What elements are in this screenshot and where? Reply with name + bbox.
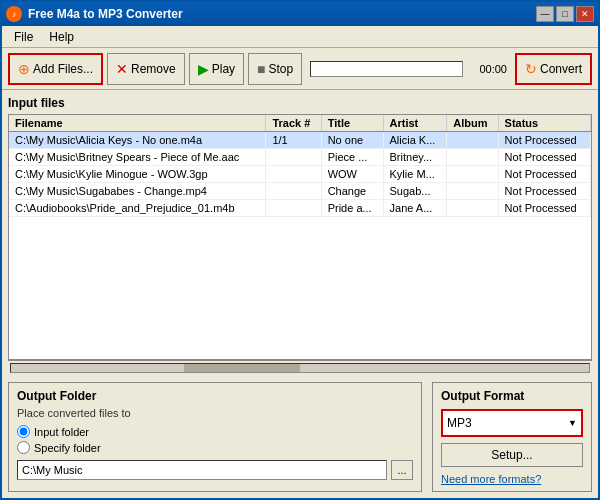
- output-folder-subtitle: Place converted files to: [17, 407, 413, 419]
- table-row[interactable]: C:\My Music\Britney Spears - Piece of Me…: [9, 149, 591, 166]
- table-cell-3: Sugab...: [383, 183, 447, 200]
- table-cell-4: [447, 183, 498, 200]
- col-title: Title: [321, 115, 383, 132]
- convert-icon: ↻: [525, 61, 537, 77]
- radio-input-folder-label: Input folder: [34, 426, 89, 438]
- title-buttons: — □ ✕: [536, 6, 594, 22]
- col-status: Status: [498, 115, 590, 132]
- stop-label: Stop: [269, 62, 294, 76]
- menu-file[interactable]: File: [6, 28, 41, 46]
- table-cell-1: [266, 166, 321, 183]
- folder-path-input[interactable]: [17, 460, 387, 480]
- table-cell-5: Not Processed: [498, 132, 590, 149]
- content-area: Input files Filename Track # Title Artis…: [2, 90, 598, 498]
- output-folder-title: Output Folder: [17, 389, 413, 403]
- output-folder-panel: Output Folder Place converted files to I…: [8, 382, 422, 492]
- table-cell-0: C:\My Music\Britney Spears - Piece of Me…: [9, 149, 266, 166]
- col-artist: Artist: [383, 115, 447, 132]
- folder-input-row: ...: [17, 460, 413, 480]
- time-display: 00:00: [467, 63, 507, 75]
- table-cell-2: WOW: [321, 166, 383, 183]
- remove-button[interactable]: ✕ Remove: [107, 53, 185, 85]
- output-format-title: Output Format: [441, 389, 583, 403]
- table-row[interactable]: C:\My Music\Alicia Keys - No one.m4a1/1N…: [9, 132, 591, 149]
- remove-icon: ✕: [116, 61, 128, 77]
- horizontal-scrollbar[interactable]: [8, 360, 592, 374]
- table-cell-3: Kylie M...: [383, 166, 447, 183]
- scroll-track[interactable]: [10, 363, 590, 373]
- stop-button[interactable]: ■ Stop: [248, 53, 302, 85]
- table-cell-2: Change: [321, 183, 383, 200]
- table-cell-4: [447, 132, 498, 149]
- table-row[interactable]: C:\My Music\Kylie Minogue - WOW.3gpWOWKy…: [9, 166, 591, 183]
- col-album: Album: [447, 115, 498, 132]
- table-row[interactable]: C:\My Music\Sugababes - Change.mp4Change…: [9, 183, 591, 200]
- file-table-body: C:\My Music\Alicia Keys - No one.m4a1/1N…: [9, 132, 591, 217]
- output-format-panel: Output Format MP3WAVOGGAACFLAC Setup... …: [432, 382, 592, 492]
- bottom-section: Output Folder Place converted files to I…: [8, 382, 592, 492]
- format-select-wrapper[interactable]: MP3WAVOGGAACFLAC: [441, 409, 583, 437]
- maximize-button[interactable]: □: [556, 6, 574, 22]
- col-track: Track #: [266, 115, 321, 132]
- radio-specify-folder-label: Specify folder: [34, 442, 101, 454]
- radio-specify-folder[interactable]: Specify folder: [17, 441, 413, 454]
- table-cell-0: C:\My Music\Sugababes - Change.mp4: [9, 183, 266, 200]
- radio-input-folder-input[interactable]: [17, 425, 30, 438]
- stop-icon: ■: [257, 61, 265, 77]
- input-files-label: Input files: [8, 96, 592, 110]
- table-cell-2: No one: [321, 132, 383, 149]
- input-files-section: Input files Filename Track # Title Artis…: [8, 96, 592, 374]
- table-cell-5: Not Processed: [498, 166, 590, 183]
- title-bar-left: ♪ Free M4a to MP3 Converter: [6, 6, 183, 22]
- table-cell-1: [266, 183, 321, 200]
- add-files-icon: ⊕: [18, 61, 30, 77]
- add-files-button[interactable]: ⊕ Add Files...: [8, 53, 103, 85]
- scroll-thumb[interactable]: [184, 364, 300, 372]
- close-button[interactable]: ✕: [576, 6, 594, 22]
- app-icon: ♪: [6, 6, 22, 22]
- format-select[interactable]: MP3WAVOGGAACFLAC: [443, 411, 581, 435]
- col-filename: Filename: [9, 115, 266, 132]
- table-cell-0: C:\Audiobooks\Pride_and_Prejudice_01.m4b: [9, 200, 266, 217]
- convert-label: Convert: [540, 62, 582, 76]
- toolbar: ⊕ Add Files... ✕ Remove ▶ Play ■ Stop 00…: [2, 48, 598, 90]
- table-header-row: Filename Track # Title Artist Album Stat…: [9, 115, 591, 132]
- table-cell-0: C:\My Music\Kylie Minogue - WOW.3gp: [9, 166, 266, 183]
- table-cell-1: 1/1: [266, 132, 321, 149]
- play-button[interactable]: ▶ Play: [189, 53, 244, 85]
- table-row[interactable]: C:\Audiobooks\Pride_and_Prejudice_01.m4b…: [9, 200, 591, 217]
- progress-section: 00:00: [310, 61, 507, 77]
- file-table: Filename Track # Title Artist Album Stat…: [9, 115, 591, 217]
- table-cell-2: Pride a...: [321, 200, 383, 217]
- setup-button[interactable]: Setup...: [441, 443, 583, 467]
- table-cell-1: [266, 200, 321, 217]
- table-cell-5: Not Processed: [498, 149, 590, 166]
- minimize-button[interactable]: —: [536, 6, 554, 22]
- table-cell-4: [447, 166, 498, 183]
- play-label: Play: [212, 62, 235, 76]
- window-title: Free M4a to MP3 Converter: [28, 7, 183, 21]
- table-cell-3: Britney...: [383, 149, 447, 166]
- radio-group: Input folder Specify folder: [17, 425, 413, 454]
- table-cell-0: C:\My Music\Alicia Keys - No one.m4a: [9, 132, 266, 149]
- table-cell-1: [266, 149, 321, 166]
- need-more-formats-link[interactable]: Need more formats?: [441, 473, 583, 485]
- progress-bar: [310, 61, 463, 77]
- radio-input-folder[interactable]: Input folder: [17, 425, 413, 438]
- remove-label: Remove: [131, 62, 176, 76]
- table-cell-2: Piece ...: [321, 149, 383, 166]
- add-files-label: Add Files...: [33, 62, 93, 76]
- title-bar: ♪ Free M4a to MP3 Converter — □ ✕: [2, 2, 598, 26]
- table-cell-4: [447, 200, 498, 217]
- browse-button[interactable]: ...: [391, 460, 413, 480]
- file-table-container[interactable]: Filename Track # Title Artist Album Stat…: [8, 114, 592, 360]
- table-cell-3: Jane A...: [383, 200, 447, 217]
- table-cell-3: Alicia K...: [383, 132, 447, 149]
- radio-specify-folder-input[interactable]: [17, 441, 30, 454]
- main-window: ♪ Free M4a to MP3 Converter — □ ✕ File H…: [0, 0, 600, 500]
- menu-bar: File Help: [2, 26, 598, 48]
- play-icon: ▶: [198, 61, 209, 77]
- menu-help[interactable]: Help: [41, 28, 82, 46]
- convert-button[interactable]: ↻ Convert: [515, 53, 592, 85]
- table-cell-5: Not Processed: [498, 200, 590, 217]
